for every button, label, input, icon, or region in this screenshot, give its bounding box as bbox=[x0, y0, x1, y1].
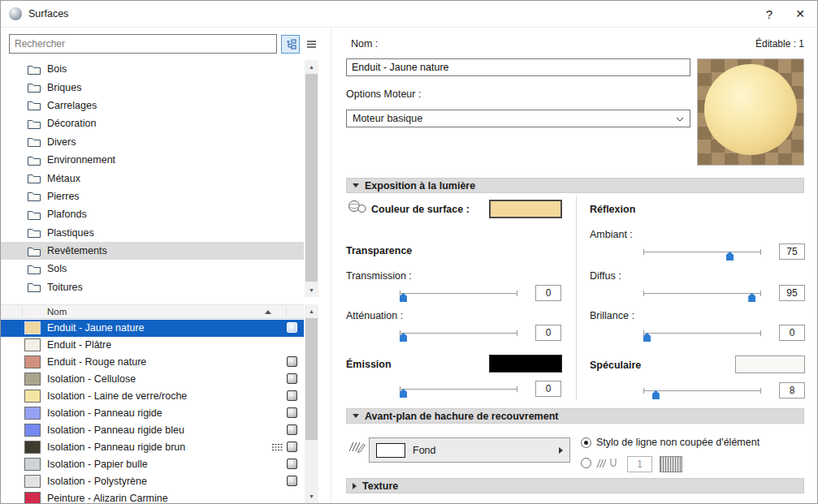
material-row[interactable]: Isolation - Polystyrène bbox=[1, 473, 304, 490]
emission-color-swatch[interactable] bbox=[489, 355, 562, 373]
tree-item-sols[interactable]: Sols bbox=[1, 260, 304, 278]
slider-thumb[interactable] bbox=[400, 389, 407, 398]
tree-item-label: Sols bbox=[47, 263, 67, 274]
fond-color-swatch bbox=[376, 443, 405, 458]
search-input[interactable] bbox=[9, 34, 277, 54]
attenuation-slider[interactable] bbox=[400, 329, 517, 342]
tree-item-label: Divers bbox=[47, 136, 76, 148]
folder-icon bbox=[28, 64, 41, 75]
material-name: Isolation - Laine de verre/roche bbox=[47, 390, 187, 402]
list-view-button[interactable] bbox=[302, 35, 321, 54]
speculaire-slider[interactable] bbox=[643, 386, 761, 400]
slider-track bbox=[643, 333, 761, 334]
surfaces-dialog: Surfaces ? ✕ Bois Briques Carrelages Déc… bbox=[0, 0, 818, 504]
surface-color-label: Couleur de surface : bbox=[371, 204, 470, 215]
scroll-up-icon[interactable]: ▲ bbox=[305, 304, 318, 318]
ambiant-value-input[interactable]: 75 bbox=[779, 243, 805, 260]
tree-item-bois[interactable]: Bois bbox=[1, 60, 304, 78]
tree-item-pierres[interactable]: Pierres bbox=[1, 187, 304, 205]
scrollbar-thumb[interactable] bbox=[305, 318, 318, 440]
render-indicator-icon bbox=[287, 356, 297, 367]
help-button[interactable]: ? bbox=[755, 1, 783, 27]
tree-item-briques[interactable]: Briques bbox=[1, 78, 304, 96]
radio-stylo-ligne[interactable] bbox=[581, 437, 591, 448]
speculaire-value-input[interactable]: 8 bbox=[779, 382, 805, 398]
slider-thumb[interactable] bbox=[726, 252, 734, 261]
section-hachure[interactable]: Avant-plan de hachure de recouvrement bbox=[346, 408, 804, 424]
material-row[interactable]: Enduit - Jaune nature bbox=[1, 320, 304, 337]
material-row[interactable]: Enduit - Rouge nature bbox=[1, 354, 304, 371]
material-row[interactable]: Enduit - Plâtre bbox=[1, 337, 304, 354]
section-exposition[interactable]: Exposition à la lumière bbox=[346, 178, 804, 193]
brillance-value-input[interactable]: 0 bbox=[779, 325, 805, 341]
close-button[interactable]: ✕ bbox=[786, 1, 814, 27]
material-row[interactable]: Isolation - Laine de verre/roche bbox=[1, 388, 304, 405]
slider-thumb[interactable] bbox=[643, 333, 651, 342]
tree-scrollbar[interactable]: ▲ ▼ bbox=[305, 60, 318, 297]
section-texture[interactable]: Texture bbox=[346, 478, 804, 493]
material-name: Isolation - Polystyrène bbox=[47, 476, 147, 487]
tree-item-plafonds[interactable]: Plafonds bbox=[1, 205, 304, 223]
material-color-swatch bbox=[24, 407, 41, 420]
tree-item-divers[interactable]: Divers bbox=[1, 133, 304, 151]
speculaire-color-swatch[interactable] bbox=[735, 355, 805, 373]
tree-item-carrelages[interactable]: Carrelages bbox=[1, 97, 304, 114]
title-bar[interactable]: Surfaces ? ✕ bbox=[1, 1, 817, 28]
scroll-down-icon[interactable]: ▼ bbox=[305, 283, 318, 297]
surfaces-app-icon bbox=[9, 7, 22, 20]
diffus-slider[interactable] bbox=[643, 289, 761, 303]
sort-ascending-icon bbox=[265, 310, 271, 314]
tree-item-environnement[interactable]: Environnement bbox=[1, 151, 304, 169]
tree-item-metaux[interactable]: Métaux bbox=[1, 169, 304, 187]
tree-item-label: Pierres bbox=[47, 191, 80, 202]
material-row[interactable]: Isolation - Cellulose bbox=[1, 371, 304, 388]
tree-item-revetements[interactable]: Revêtements bbox=[1, 242, 304, 260]
material-row[interactable]: Isolation - Papier bulle bbox=[1, 456, 304, 473]
pen-number-input[interactable]: 1 bbox=[627, 456, 652, 472]
emission-slider[interactable] bbox=[400, 385, 517, 398]
scroll-down-icon[interactable]: ▼ bbox=[305, 489, 318, 503]
pen-color-swatch[interactable] bbox=[660, 456, 682, 472]
slider-thumb[interactable] bbox=[400, 293, 407, 302]
surface-name-input[interactable] bbox=[346, 58, 690, 76]
list-header[interactable]: Nom bbox=[1, 304, 304, 319]
fond-dropdown[interactable]: Fond bbox=[369, 437, 570, 463]
folder-icon bbox=[28, 100, 41, 110]
brillance-slider[interactable] bbox=[643, 329, 761, 342]
fond-label: Fond bbox=[413, 445, 436, 456]
slider-thumb[interactable] bbox=[400, 333, 407, 342]
tree-view-button[interactable] bbox=[281, 35, 300, 54]
material-row[interactable]: Isolation - Panneau rigide brun bbox=[1, 439, 304, 456]
slider-thumb[interactable] bbox=[652, 390, 660, 399]
radio-stylo-ligne-label: Stylo de ligne non coupée d'élément bbox=[596, 437, 760, 448]
tree-item-label: Plafonds bbox=[47, 209, 87, 220]
scrollbar-thumb[interactable] bbox=[305, 74, 318, 282]
attenuation-value-input[interactable]: 0 bbox=[535, 325, 561, 341]
engine-select[interactable]: Moteur basique bbox=[346, 110, 690, 127]
folder-icon bbox=[28, 246, 41, 256]
list-scrollbar[interactable]: ▲ ▼ bbox=[305, 304, 318, 503]
slider-thumb[interactable] bbox=[748, 293, 755, 302]
ambiant-slider[interactable] bbox=[643, 248, 761, 261]
tree-item-plastiques[interactable]: Plastiques bbox=[1, 224, 304, 242]
transmission-slider[interactable] bbox=[400, 289, 517, 303]
render-indicator-icon bbox=[287, 424, 297, 435]
window-title: Surfaces bbox=[28, 8, 68, 19]
tree-item-toitures[interactable]: Toitures bbox=[1, 278, 304, 296]
tree-item-decoration[interactable]: Décoration bbox=[1, 114, 304, 132]
diffus-value-input[interactable]: 95 bbox=[779, 285, 805, 301]
transmission-value-input[interactable]: 0 bbox=[535, 285, 561, 301]
scroll-up-icon[interactable]: ▲ bbox=[305, 60, 318, 74]
material-name: Enduit - Jaune nature bbox=[47, 322, 145, 334]
radio-stylo-hachure[interactable] bbox=[581, 458, 591, 468]
material-row[interactable]: Peinture - Alizarin Carmine bbox=[1, 490, 304, 503]
surface-color-swatch[interactable] bbox=[489, 200, 562, 218]
emission-value-input[interactable]: 0 bbox=[535, 381, 561, 397]
slider-track bbox=[643, 390, 761, 391]
name-column-header[interactable]: Nom bbox=[47, 307, 67, 317]
folder-icon bbox=[28, 264, 41, 274]
material-row[interactable]: Isolation - Panneau rigide bbox=[1, 405, 304, 422]
pen-icon bbox=[609, 458, 617, 468]
material-row[interactable]: Isolation - Panneau rigide bleu bbox=[1, 422, 304, 439]
material-preview[interactable] bbox=[697, 58, 804, 166]
